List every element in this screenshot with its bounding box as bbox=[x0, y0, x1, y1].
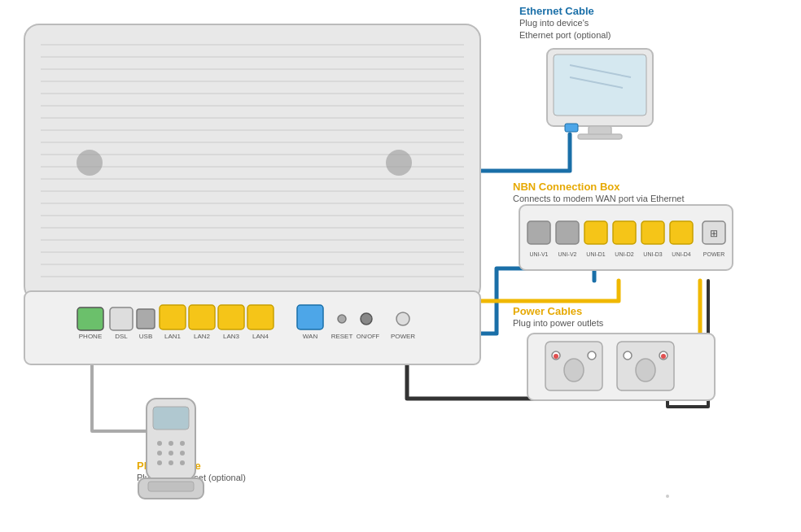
svg-point-85 bbox=[157, 451, 162, 456]
svg-point-78 bbox=[661, 354, 666, 359]
svg-rect-38 bbox=[297, 305, 323, 329]
svg-point-93 bbox=[666, 495, 669, 498]
svg-text:RESET: RESET bbox=[331, 333, 353, 340]
svg-rect-34 bbox=[218, 305, 244, 329]
svg-point-76 bbox=[624, 351, 632, 360]
svg-text:LAN4: LAN4 bbox=[252, 333, 269, 340]
svg-point-86 bbox=[169, 451, 173, 456]
svg-rect-52 bbox=[565, 124, 578, 132]
svg-point-89 bbox=[169, 460, 173, 465]
svg-point-22 bbox=[77, 150, 103, 176]
svg-rect-51 bbox=[578, 134, 622, 139]
svg-text:WAN: WAN bbox=[303, 333, 318, 340]
svg-rect-36 bbox=[247, 305, 274, 329]
main-diagram-svg: PHONE DSL USB LAN1 LAN2 LAN3 LAN4 WAN RE… bbox=[0, 0, 801, 532]
svg-text:POWER: POWER bbox=[391, 333, 415, 340]
svg-rect-62 bbox=[641, 221, 664, 244]
svg-point-42 bbox=[361, 313, 372, 325]
svg-rect-32 bbox=[189, 305, 215, 329]
svg-rect-60 bbox=[613, 221, 636, 244]
svg-point-84 bbox=[180, 441, 185, 446]
svg-point-74 bbox=[564, 359, 584, 382]
svg-point-83 bbox=[169, 441, 173, 446]
svg-rect-24 bbox=[77, 307, 103, 330]
svg-text:UNI-V2: UNI-V2 bbox=[558, 251, 577, 257]
svg-rect-30 bbox=[160, 305, 186, 329]
svg-point-72 bbox=[588, 351, 596, 360]
svg-text:UNI-V1: UNI-V1 bbox=[530, 251, 549, 257]
svg-text:LAN1: LAN1 bbox=[164, 333, 182, 340]
svg-rect-26 bbox=[110, 307, 133, 330]
svg-point-23 bbox=[386, 150, 412, 176]
svg-text:UNI-D1: UNI-D1 bbox=[586, 251, 605, 257]
svg-rect-56 bbox=[556, 221, 579, 244]
svg-text:UNI-D3: UNI-D3 bbox=[643, 251, 662, 257]
svg-point-79 bbox=[636, 359, 655, 382]
diagram: Ethernet Cable Plug into device's Ethern… bbox=[0, 0, 801, 532]
svg-text:POWER: POWER bbox=[703, 251, 724, 257]
svg-text:UNI-D4: UNI-D4 bbox=[672, 251, 690, 257]
svg-rect-81 bbox=[153, 407, 189, 430]
svg-text:USB: USB bbox=[139, 333, 152, 340]
svg-rect-58 bbox=[584, 221, 607, 244]
svg-text:DSL: DSL bbox=[115, 333, 128, 340]
svg-point-87 bbox=[180, 451, 185, 456]
svg-rect-28 bbox=[137, 309, 155, 329]
svg-rect-92 bbox=[148, 482, 194, 491]
svg-point-90 bbox=[180, 460, 185, 465]
svg-point-40 bbox=[338, 315, 346, 323]
svg-text:LAN3: LAN3 bbox=[223, 333, 240, 340]
svg-point-82 bbox=[157, 441, 162, 446]
svg-rect-64 bbox=[670, 221, 693, 244]
svg-point-44 bbox=[396, 312, 409, 325]
svg-text:ON/OFF: ON/OFF bbox=[357, 333, 380, 340]
svg-point-73 bbox=[554, 354, 558, 359]
svg-text:UNI-D2: UNI-D2 bbox=[615, 251, 633, 257]
svg-text:LAN2: LAN2 bbox=[194, 333, 211, 340]
svg-text:PHONE: PHONE bbox=[79, 333, 102, 340]
svg-rect-47 bbox=[554, 55, 646, 116]
svg-rect-54 bbox=[527, 221, 550, 244]
svg-point-88 bbox=[157, 460, 162, 465]
svg-text:⊞: ⊞ bbox=[710, 228, 718, 239]
